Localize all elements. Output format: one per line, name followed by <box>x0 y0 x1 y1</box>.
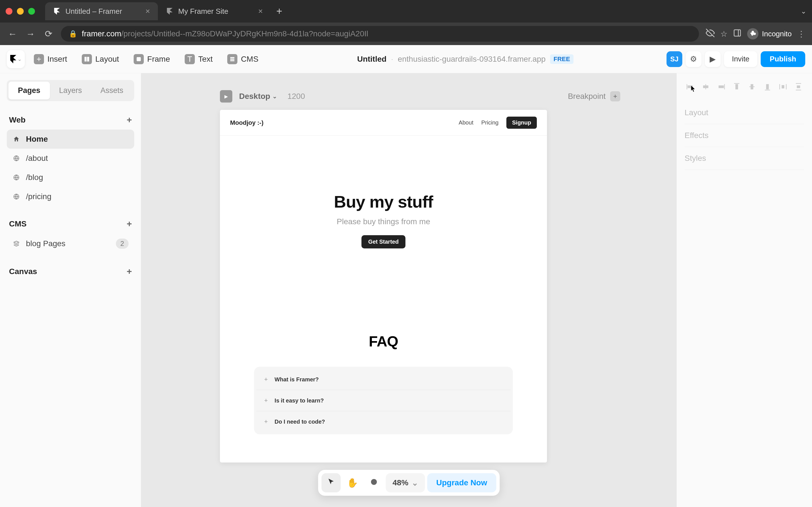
cms-item-blog-pages[interactable]: blog Pages 2 <box>7 233 134 254</box>
globe-icon <box>12 154 20 162</box>
frame-button[interactable]: Frame <box>128 50 175 68</box>
settings-button[interactable]: ⚙ <box>686 51 702 67</box>
back-button[interactable]: ← <box>7 28 18 40</box>
breakpoint-play-icon[interactable]: ▶ <box>220 90 232 103</box>
signup-button[interactable]: Signup <box>506 117 537 129</box>
add-page-button[interactable]: + <box>126 115 132 125</box>
page-item-about[interactable]: /about <box>7 149 134 168</box>
globe-icon <box>12 173 20 181</box>
tab-pages[interactable]: Pages <box>8 82 50 100</box>
plus-icon: + <box>264 376 268 383</box>
layout-section-header[interactable]: Layout <box>684 101 804 124</box>
layout-icon <box>82 54 92 64</box>
layout-button[interactable]: Layout <box>76 50 124 68</box>
add-cms-button[interactable]: + <box>126 219 132 229</box>
tab-title: Untitled – Framer <box>65 7 122 16</box>
new-tab-button[interactable]: + <box>271 5 288 17</box>
align-center-v-icon[interactable] <box>746 81 758 93</box>
left-panel-tabs: Pages Layers Assets <box>7 80 134 101</box>
insert-button[interactable]: + Insert <box>28 50 73 68</box>
align-left-icon[interactable] <box>684 81 696 93</box>
window-minimize-icon[interactable] <box>17 8 24 15</box>
select-tool[interactable] <box>321 473 341 492</box>
faq-item[interactable]: + Do I need to code? <box>256 411 511 432</box>
distribute-h-icon[interactable] <box>777 81 789 93</box>
user-avatar[interactable]: SJ <box>666 51 682 67</box>
tab-assets[interactable]: Assets <box>91 82 133 100</box>
tab-close-icon[interactable]: × <box>258 7 263 16</box>
play-icon: ▶ <box>710 54 716 64</box>
tab-close-icon[interactable]: × <box>146 7 150 16</box>
canvas-toolbar: ✋ 48% ⌄ Upgrade Now <box>318 470 500 496</box>
svg-rect-19 <box>735 84 738 89</box>
site-logo[interactable]: Moodjoy :-) <box>230 119 264 126</box>
app-toolbar: ⌄ + Insert Layout Frame T Text CMS <box>0 45 812 73</box>
nav-link-pricing[interactable]: Pricing <box>481 119 499 126</box>
align-center-h-icon[interactable] <box>700 81 712 93</box>
align-top-icon[interactable] <box>731 81 742 93</box>
window-zoom-icon[interactable] <box>28 8 35 15</box>
plus-icon: + <box>264 418 268 425</box>
publish-button[interactable]: Publish <box>761 51 805 67</box>
project-url[interactable]: enthusiastic-guardrails-093164.framer.ap… <box>398 55 546 64</box>
svg-rect-5 <box>231 57 235 58</box>
preview-button[interactable]: ▶ <box>705 51 721 67</box>
add-breakpoint-button[interactable]: + <box>610 91 620 101</box>
canvas-section-header: Canvas + <box>7 262 134 281</box>
hand-tool[interactable]: ✋ <box>343 473 362 492</box>
faq-item[interactable]: + Is it easy to learn? <box>256 390 511 411</box>
styles-section-header[interactable]: Styles <box>684 147 804 170</box>
nav-link-about[interactable]: About <box>459 119 473 126</box>
window-close-icon[interactable] <box>6 8 12 15</box>
page-item-pricing[interactable]: /pricing <box>7 187 134 206</box>
page-item-blog[interactable]: /blog <box>7 168 134 187</box>
text-button[interactable]: T Text <box>179 50 218 68</box>
svg-rect-7 <box>231 60 235 61</box>
tab-layers[interactable]: Layers <box>50 82 91 100</box>
breakpoint-selector[interactable]: Desktop ⌄ <box>239 92 277 101</box>
forward-button[interactable]: → <box>25 28 36 40</box>
project-name[interactable]: Untitled <box>357 55 387 64</box>
effects-section-header[interactable]: Effects <box>684 124 804 147</box>
upgrade-button[interactable]: Upgrade Now <box>427 473 496 492</box>
breakpoint-label: Breakpoint <box>568 92 606 101</box>
faq-item[interactable]: + What is Framer? <box>256 369 511 390</box>
window-controls <box>6 8 35 15</box>
star-icon[interactable]: ☆ <box>720 29 727 39</box>
add-canvas-button[interactable]: + <box>126 266 132 277</box>
hero-cta-button[interactable]: Get Started <box>361 235 405 248</box>
page-item-home[interactable]: Home <box>7 129 134 149</box>
svg-rect-21 <box>751 84 753 89</box>
kebab-menu-icon[interactable]: ⋮ <box>797 29 805 39</box>
tab-overflow-icon[interactable]: ⌄ <box>801 7 806 15</box>
canvas-area[interactable]: ▶ Desktop ⌄ 1200 Breakpoint + Moodjoy :-… <box>141 73 677 507</box>
align-right-icon[interactable] <box>716 81 727 93</box>
web-section-header: Web + <box>7 110 134 129</box>
reload-button[interactable]: ⟳ <box>43 28 54 40</box>
stack-icon <box>12 240 20 247</box>
design-frame[interactable]: Moodjoy :-) About Pricing Signup Buy my … <box>220 110 547 462</box>
framer-app: ⌄ + Insert Layout Frame T Text CMS <box>0 45 812 507</box>
breakpoint-width[interactable]: 1200 <box>287 92 305 101</box>
eye-off-icon[interactable] <box>706 29 715 40</box>
lock-icon: 🔒 <box>69 30 77 38</box>
distribute-v-icon[interactable] <box>793 81 804 93</box>
browser-tab-active[interactable]: Untitled – Framer × <box>45 2 158 20</box>
left-panel: Pages Layers Assets Web + Home /about <box>0 73 141 507</box>
svg-point-11 <box>371 479 377 485</box>
svg-rect-29 <box>797 86 800 88</box>
invite-button[interactable]: Invite <box>724 51 757 67</box>
zoom-control[interactable]: 48% ⌄ <box>386 473 425 492</box>
cms-button[interactable]: CMS <box>221 50 264 68</box>
hero-title[interactable]: Buy my stuff <box>231 192 536 212</box>
framer-menu-button[interactable]: ⌄ <box>7 50 25 68</box>
incognito-badge[interactable]: Incognito <box>747 28 792 40</box>
address-field[interactable]: 🔒 framer.com/projects/Untitled--mZ98oDWa… <box>61 26 699 42</box>
comment-tool[interactable] <box>364 473 384 492</box>
browser-tab[interactable]: My Framer Site × <box>158 2 271 20</box>
url-display: framer.com/projects/Untitled--mZ98oDWaPJ… <box>82 29 368 38</box>
hero-subtitle[interactable]: Please buy things from me <box>231 217 536 226</box>
align-bottom-icon[interactable] <box>762 81 773 93</box>
faq-title[interactable]: FAQ <box>231 333 536 350</box>
panel-icon[interactable] <box>733 29 742 39</box>
